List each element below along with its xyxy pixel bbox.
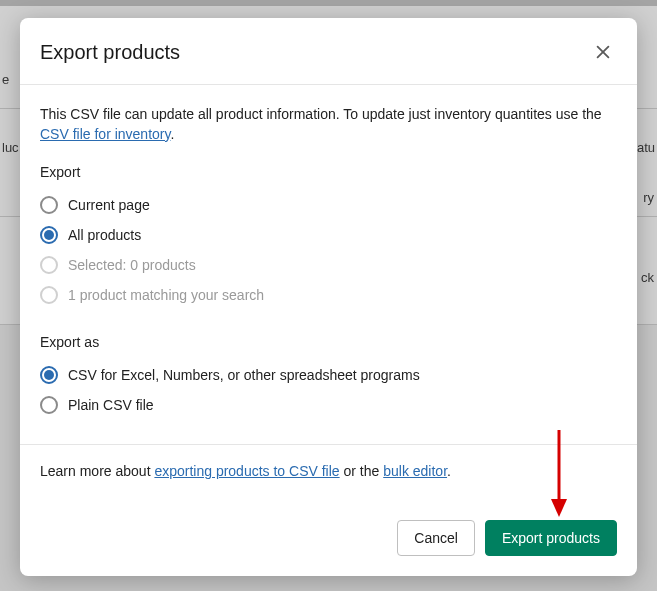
radio-label: All products	[68, 227, 141, 243]
radio-all-products[interactable]: All products	[40, 220, 617, 250]
radio-plain-csv[interactable]: Plain CSV file	[40, 390, 617, 420]
export-scope-group: Current page All products Selected: 0 pr…	[40, 190, 617, 310]
modal-description: This CSV file can update all product inf…	[40, 105, 617, 144]
modal-actions: Cancel Export products	[20, 520, 637, 576]
help-prefix: Learn more about	[40, 463, 154, 479]
radio-icon	[40, 196, 58, 214]
modal-title: Export products	[40, 41, 180, 64]
modal-header: Export products	[20, 18, 637, 85]
radio-icon	[40, 226, 58, 244]
close-icon	[594, 43, 612, 61]
radio-icon	[40, 286, 58, 304]
radio-label: Current page	[68, 197, 150, 213]
export-products-button[interactable]: Export products	[485, 520, 617, 556]
radio-icon	[40, 256, 58, 274]
radio-current-page[interactable]: Current page	[40, 190, 617, 220]
desc-text: This CSV file can update all product inf…	[40, 106, 602, 122]
desc-suffix: .	[170, 126, 174, 142]
modal-body: This CSV file can update all product inf…	[20, 85, 637, 520]
radio-icon	[40, 396, 58, 414]
close-button[interactable]	[589, 38, 617, 66]
radio-icon	[40, 366, 58, 384]
export-format-label: Export as	[40, 334, 617, 350]
radio-csv-excel[interactable]: CSV for Excel, Numbers, or other spreads…	[40, 360, 617, 390]
help-mid: or the	[340, 463, 384, 479]
export-format-group: CSV for Excel, Numbers, or other spreads…	[40, 360, 617, 420]
bulk-editor-link[interactable]: bulk editor	[383, 463, 447, 479]
export-scope-label: Export	[40, 164, 617, 180]
radio-label: 1 product matching your search	[68, 287, 264, 303]
radio-selected-products: Selected: 0 products	[40, 250, 617, 280]
radio-label: Selected: 0 products	[68, 257, 196, 273]
help-suffix: .	[447, 463, 451, 479]
csv-inventory-link[interactable]: CSV file for inventory	[40, 126, 170, 142]
cancel-button[interactable]: Cancel	[397, 520, 475, 556]
export-products-modal: Export products This CSV file can update…	[20, 18, 637, 576]
radio-matching-search: 1 product matching your search	[40, 280, 617, 310]
radio-label: Plain CSV file	[68, 397, 154, 413]
footer-help-text: Learn more about exporting products to C…	[40, 445, 617, 499]
export-csv-help-link[interactable]: exporting products to CSV file	[154, 463, 339, 479]
radio-label: CSV for Excel, Numbers, or other spreads…	[68, 367, 420, 383]
